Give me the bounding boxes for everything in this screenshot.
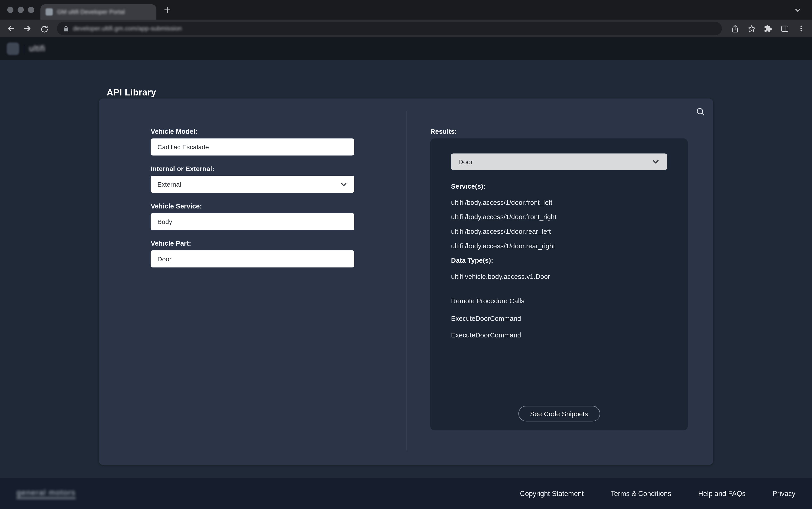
vehicle-model-label: Vehicle Model: [151,128,354,135]
data-types-list: ultifi.vehicle.body.access.v1.Door [451,269,667,284]
vehicle-model-input[interactable] [151,138,354,156]
browser-tab[interactable]: GM ultifi Developer Portal [40,4,156,20]
new-tab-button[interactable] [161,4,174,16]
search-icon [695,107,705,116]
vehicle-service-input[interactable] [151,213,354,230]
browser-toolbar: developer.ultifi.gm.com/app-submission [0,20,812,37]
page-footer: general motors Copyright Statement Terms… [0,478,812,509]
service-uri: ultifi:/body.access/1/door.rear_right [451,238,667,253]
footer-link-copyright[interactable]: Copyright Statement [520,489,584,497]
services-heading: Service(s): [451,182,667,190]
chevron-down-icon [794,6,801,13]
ultifi-logo-icon [7,43,20,55]
side-panel-button[interactable] [777,21,792,36]
services-list: ultifi:/body.access/1/door.front_left ul… [451,195,667,253]
site-logo[interactable]: ultifi [7,43,45,55]
footer-link-terms[interactable]: Terms & Conditions [611,489,671,497]
vehicle-service-label: Vehicle Service: [151,202,354,210]
site-logo-wordmark: ultifi [29,44,45,53]
filter-form: Vehicle Model: Internal or External: Ext… [151,128,354,277]
forward-arrow-icon [23,24,32,33]
results-part-value: Door [458,158,473,166]
search-button[interactable] [693,104,708,119]
plus-icon [164,6,171,13]
extensions-button[interactable] [760,21,776,36]
rpc-item: ExecuteDoorCommand [451,327,667,343]
rpc-list: ExecuteDoorCommand ExecuteDoorCommand [451,310,667,343]
zoom-window-button[interactable] [28,7,34,13]
service-uri: ultifi:/body.access/1/door.rear_left [451,224,667,239]
reload-button[interactable] [36,21,52,36]
minimize-window-button[interactable] [17,7,24,13]
vehicle-part-label: Vehicle Part: [151,239,354,247]
internal-external-select[interactable]: External [151,176,354,193]
tab-strip: GM ultifi Developer Portal [0,0,812,20]
back-button[interactable] [3,21,19,36]
forward-button[interactable] [20,21,35,36]
results-panel: Door Service(s): ultifi:/body.access/1/d… [430,138,688,430]
results-part-select[interactable]: Door [451,153,667,170]
reload-icon [40,24,48,33]
close-window-button[interactable] [7,7,13,13]
logo-divider [24,44,24,53]
star-icon [747,24,756,33]
tab-search-button[interactable] [791,4,804,16]
see-code-snippets-button[interactable]: See Code Snippets [518,406,600,421]
vehicle-part-input[interactable] [151,250,354,268]
extensions-puzzle-icon [764,24,772,33]
lock-icon [63,25,69,32]
side-panel-icon [780,24,789,33]
internal-external-value: External [157,181,181,188]
share-icon [731,24,739,33]
gm-logo[interactable]: general motors [16,488,76,499]
page-content: API Library Vehicle Model: Internal or E… [0,60,812,478]
chevron-down-icon [340,181,347,188]
service-uri: ultifi:/body.access/1/door.front_right [451,209,667,224]
footer-link-privacy[interactable]: Privacy [773,489,796,497]
footer-links: Copyright Statement Terms & Conditions H… [520,489,796,497]
kebab-menu-icon [797,24,805,33]
api-library-card: Vehicle Model: Internal or External: Ext… [99,98,713,465]
internal-external-label: Internal or External: [151,165,354,172]
results-section: Results: Door Service(s): ultifi:/body.a… [430,128,688,430]
bookmark-button[interactable] [744,21,759,36]
browser-menu-button[interactable] [793,21,809,36]
results-label: Results: [430,128,688,135]
data-types-heading: Data Type(s): [451,257,667,264]
address-bar[interactable]: developer.ultifi.gm.com/app-submission [57,22,722,35]
back-arrow-icon [6,24,15,33]
share-button[interactable] [727,21,743,36]
tab-favicon-icon [45,8,53,15]
chevron-down-icon [652,158,660,166]
rpc-item: ExecuteDoorCommand [451,310,667,327]
url-text: developer.ultifi.gm.com/app-submission [73,25,182,32]
page-title: API Library [107,87,156,98]
site-header: ultifi [0,37,812,60]
window-controls [7,7,34,13]
data-type-item: ultifi.vehicle.body.access.v1.Door [451,269,667,284]
rpc-heading: Remote Procedure Calls [451,297,667,305]
footer-link-help[interactable]: Help and FAQs [698,489,745,497]
tab-title: GM ultifi Developer Portal [57,9,125,15]
column-divider [406,111,407,450]
browser-window: GM ultifi Developer Portal developer.ult… [0,0,812,509]
service-uri: ultifi:/body.access/1/door.front_left [451,195,667,209]
